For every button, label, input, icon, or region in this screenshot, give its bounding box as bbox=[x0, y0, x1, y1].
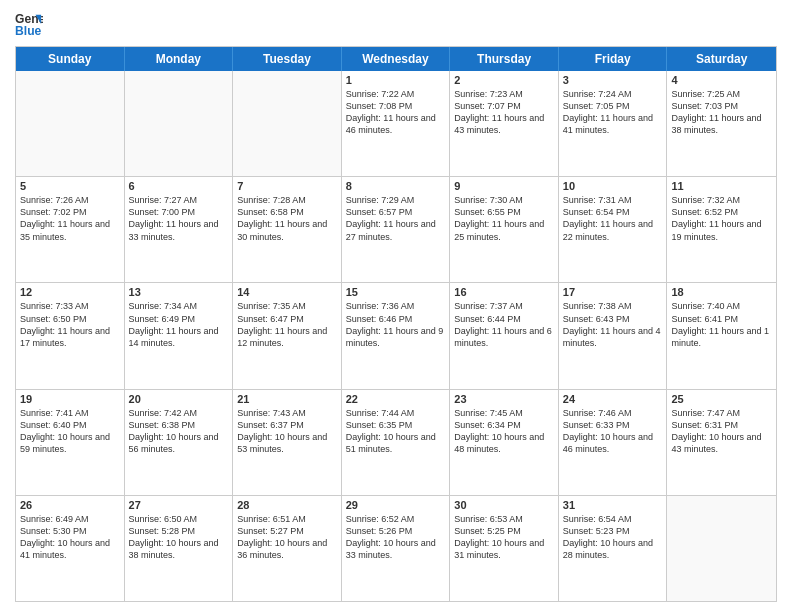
header: General Blue bbox=[15, 10, 777, 38]
day-number: 18 bbox=[671, 286, 772, 298]
day-number: 31 bbox=[563, 499, 663, 511]
cell-content: Sunrise: 7:23 AM Sunset: 7:07 PM Dayligh… bbox=[454, 88, 554, 137]
cell-content: Sunrise: 7:22 AM Sunset: 7:08 PM Dayligh… bbox=[346, 88, 446, 137]
day-number: 7 bbox=[237, 180, 337, 192]
calendar-cell: 31Sunrise: 6:54 AM Sunset: 5:23 PM Dayli… bbox=[559, 496, 668, 601]
day-number: 2 bbox=[454, 74, 554, 86]
calendar-cell: 3Sunrise: 7:24 AM Sunset: 7:05 PM Daylig… bbox=[559, 71, 668, 176]
day-number: 6 bbox=[129, 180, 229, 192]
header-day: Monday bbox=[125, 47, 234, 71]
cell-content: Sunrise: 6:54 AM Sunset: 5:23 PM Dayligh… bbox=[563, 513, 663, 562]
header-day: Saturday bbox=[667, 47, 776, 71]
calendar-cell: 5Sunrise: 7:26 AM Sunset: 7:02 PM Daylig… bbox=[16, 177, 125, 282]
calendar-cell: 18Sunrise: 7:40 AM Sunset: 6:41 PM Dayli… bbox=[667, 283, 776, 388]
calendar-cell: 6Sunrise: 7:27 AM Sunset: 7:00 PM Daylig… bbox=[125, 177, 234, 282]
cell-content: Sunrise: 6:49 AM Sunset: 5:30 PM Dayligh… bbox=[20, 513, 120, 562]
calendar-cell bbox=[233, 71, 342, 176]
calendar-cell bbox=[16, 71, 125, 176]
header-day: Thursday bbox=[450, 47, 559, 71]
calendar-cell: 16Sunrise: 7:37 AM Sunset: 6:44 PM Dayli… bbox=[450, 283, 559, 388]
cell-content: Sunrise: 7:38 AM Sunset: 6:43 PM Dayligh… bbox=[563, 300, 663, 349]
day-number: 4 bbox=[671, 74, 772, 86]
cell-content: Sunrise: 7:44 AM Sunset: 6:35 PM Dayligh… bbox=[346, 407, 446, 456]
cell-content: Sunrise: 6:52 AM Sunset: 5:26 PM Dayligh… bbox=[346, 513, 446, 562]
calendar-cell: 21Sunrise: 7:43 AM Sunset: 6:37 PM Dayli… bbox=[233, 390, 342, 495]
calendar-row: 1Sunrise: 7:22 AM Sunset: 7:08 PM Daylig… bbox=[16, 71, 776, 177]
cell-content: Sunrise: 7:30 AM Sunset: 6:55 PM Dayligh… bbox=[454, 194, 554, 243]
calendar-cell: 2Sunrise: 7:23 AM Sunset: 7:07 PM Daylig… bbox=[450, 71, 559, 176]
header-day: Friday bbox=[559, 47, 668, 71]
calendar-cell bbox=[667, 496, 776, 601]
calendar-cell: 15Sunrise: 7:36 AM Sunset: 6:46 PM Dayli… bbox=[342, 283, 451, 388]
calendar-cell: 10Sunrise: 7:31 AM Sunset: 6:54 PM Dayli… bbox=[559, 177, 668, 282]
day-number: 26 bbox=[20, 499, 120, 511]
calendar-cell bbox=[125, 71, 234, 176]
calendar-cell: 24Sunrise: 7:46 AM Sunset: 6:33 PM Dayli… bbox=[559, 390, 668, 495]
cell-content: Sunrise: 6:53 AM Sunset: 5:25 PM Dayligh… bbox=[454, 513, 554, 562]
cell-content: Sunrise: 7:29 AM Sunset: 6:57 PM Dayligh… bbox=[346, 194, 446, 243]
calendar-cell: 4Sunrise: 7:25 AM Sunset: 7:03 PM Daylig… bbox=[667, 71, 776, 176]
calendar-row: 5Sunrise: 7:26 AM Sunset: 7:02 PM Daylig… bbox=[16, 177, 776, 283]
day-number: 28 bbox=[237, 499, 337, 511]
day-number: 14 bbox=[237, 286, 337, 298]
calendar-row: 19Sunrise: 7:41 AM Sunset: 6:40 PM Dayli… bbox=[16, 390, 776, 496]
day-number: 23 bbox=[454, 393, 554, 405]
day-number: 11 bbox=[671, 180, 772, 192]
day-number: 20 bbox=[129, 393, 229, 405]
calendar-cell: 20Sunrise: 7:42 AM Sunset: 6:38 PM Dayli… bbox=[125, 390, 234, 495]
cell-content: Sunrise: 6:50 AM Sunset: 5:28 PM Dayligh… bbox=[129, 513, 229, 562]
svg-text:Blue: Blue bbox=[15, 24, 42, 38]
calendar-cell: 13Sunrise: 7:34 AM Sunset: 6:49 PM Dayli… bbox=[125, 283, 234, 388]
calendar-cell: 9Sunrise: 7:30 AM Sunset: 6:55 PM Daylig… bbox=[450, 177, 559, 282]
cell-content: Sunrise: 7:26 AM Sunset: 7:02 PM Dayligh… bbox=[20, 194, 120, 243]
calendar-cell: 7Sunrise: 7:28 AM Sunset: 6:58 PM Daylig… bbox=[233, 177, 342, 282]
cell-content: Sunrise: 7:25 AM Sunset: 7:03 PM Dayligh… bbox=[671, 88, 772, 137]
day-number: 30 bbox=[454, 499, 554, 511]
calendar-cell: 23Sunrise: 7:45 AM Sunset: 6:34 PM Dayli… bbox=[450, 390, 559, 495]
calendar-cell: 30Sunrise: 6:53 AM Sunset: 5:25 PM Dayli… bbox=[450, 496, 559, 601]
cell-content: Sunrise: 7:46 AM Sunset: 6:33 PM Dayligh… bbox=[563, 407, 663, 456]
cell-content: Sunrise: 6:51 AM Sunset: 5:27 PM Dayligh… bbox=[237, 513, 337, 562]
cell-content: Sunrise: 7:41 AM Sunset: 6:40 PM Dayligh… bbox=[20, 407, 120, 456]
header-day: Tuesday bbox=[233, 47, 342, 71]
day-number: 24 bbox=[563, 393, 663, 405]
day-number: 29 bbox=[346, 499, 446, 511]
day-number: 3 bbox=[563, 74, 663, 86]
cell-content: Sunrise: 7:31 AM Sunset: 6:54 PM Dayligh… bbox=[563, 194, 663, 243]
logo-icon: General Blue bbox=[15, 10, 43, 38]
day-number: 8 bbox=[346, 180, 446, 192]
cell-content: Sunrise: 7:32 AM Sunset: 6:52 PM Dayligh… bbox=[671, 194, 772, 243]
calendar-cell: 17Sunrise: 7:38 AM Sunset: 6:43 PM Dayli… bbox=[559, 283, 668, 388]
day-number: 10 bbox=[563, 180, 663, 192]
day-number: 25 bbox=[671, 393, 772, 405]
calendar-cell: 1Sunrise: 7:22 AM Sunset: 7:08 PM Daylig… bbox=[342, 71, 451, 176]
cell-content: Sunrise: 7:28 AM Sunset: 6:58 PM Dayligh… bbox=[237, 194, 337, 243]
day-number: 13 bbox=[129, 286, 229, 298]
header-day: Wednesday bbox=[342, 47, 451, 71]
day-number: 17 bbox=[563, 286, 663, 298]
day-number: 5 bbox=[20, 180, 120, 192]
cell-content: Sunrise: 7:37 AM Sunset: 6:44 PM Dayligh… bbox=[454, 300, 554, 349]
calendar-header: SundayMondayTuesdayWednesdayThursdayFrid… bbox=[16, 47, 776, 71]
day-number: 21 bbox=[237, 393, 337, 405]
day-number: 12 bbox=[20, 286, 120, 298]
calendar-body: 1Sunrise: 7:22 AM Sunset: 7:08 PM Daylig… bbox=[16, 71, 776, 601]
calendar-cell: 8Sunrise: 7:29 AM Sunset: 6:57 PM Daylig… bbox=[342, 177, 451, 282]
cell-content: Sunrise: 7:24 AM Sunset: 7:05 PM Dayligh… bbox=[563, 88, 663, 137]
day-number: 22 bbox=[346, 393, 446, 405]
calendar: SundayMondayTuesdayWednesdayThursdayFrid… bbox=[15, 46, 777, 602]
calendar-cell: 11Sunrise: 7:32 AM Sunset: 6:52 PM Dayli… bbox=[667, 177, 776, 282]
calendar-row: 12Sunrise: 7:33 AM Sunset: 6:50 PM Dayli… bbox=[16, 283, 776, 389]
calendar-cell: 19Sunrise: 7:41 AM Sunset: 6:40 PM Dayli… bbox=[16, 390, 125, 495]
logo: General Blue bbox=[15, 10, 43, 38]
header-day: Sunday bbox=[16, 47, 125, 71]
cell-content: Sunrise: 7:35 AM Sunset: 6:47 PM Dayligh… bbox=[237, 300, 337, 349]
cell-content: Sunrise: 7:40 AM Sunset: 6:41 PM Dayligh… bbox=[671, 300, 772, 349]
page: General Blue SundayMondayTuesdayWednesda… bbox=[0, 0, 792, 612]
cell-content: Sunrise: 7:42 AM Sunset: 6:38 PM Dayligh… bbox=[129, 407, 229, 456]
calendar-row: 26Sunrise: 6:49 AM Sunset: 5:30 PM Dayli… bbox=[16, 496, 776, 601]
calendar-cell: 28Sunrise: 6:51 AM Sunset: 5:27 PM Dayli… bbox=[233, 496, 342, 601]
day-number: 19 bbox=[20, 393, 120, 405]
day-number: 16 bbox=[454, 286, 554, 298]
calendar-cell: 25Sunrise: 7:47 AM Sunset: 6:31 PM Dayli… bbox=[667, 390, 776, 495]
